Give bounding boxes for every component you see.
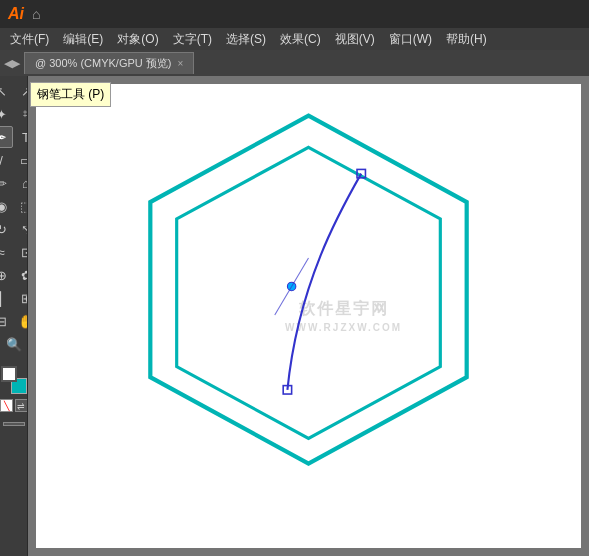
swap-color-button[interactable]: ⇌ <box>15 399 28 412</box>
scale-tool[interactable]: ⤡ <box>14 218 28 240</box>
eraser-tool[interactable]: ⬚ <box>14 195 28 217</box>
hand-tool[interactable]: ✋ <box>14 310 28 332</box>
app-logo: Ai <box>8 5 24 23</box>
shape-tool[interactable]: ▭ <box>14 149 28 171</box>
menu-item-对象O[interactable]: 对象(O) <box>111 29 164 50</box>
type-tool[interactable]: T <box>14 126 28 148</box>
menu-item-文字T[interactable]: 文字(T) <box>167 29 218 50</box>
select-tool[interactable]: ↖ <box>0 80 13 102</box>
svg-line-5 <box>275 286 292 314</box>
main-layout: ↖↗✦⌗✒T/▭✏⌂◉⬚↻⤡≈⊡⊕✿▌⊞⊟✋🔍 ╲ ⇌ 钢笔工具 (P) 软件星… <box>0 76 589 556</box>
pencil-tool[interactable]: ✏ <box>0 172 13 194</box>
canvas: 软件星宇网 WWW.RJZXW.COM <box>36 84 581 548</box>
svg-marker-1 <box>177 147 441 438</box>
color-area: ╲ ⇌ <box>0 360 28 428</box>
menu-item-帮助H[interactable]: 帮助(H) <box>440 29 493 50</box>
menu-item-选择S[interactable]: 选择(S) <box>220 29 272 50</box>
line-tool[interactable]: / <box>0 149 13 171</box>
fill-stroke-group <box>0 366 28 394</box>
tab-scroll-arrows[interactable]: ◀▶ <box>4 57 20 70</box>
fill-color-box[interactable] <box>1 366 17 382</box>
menu-item-效果C[interactable]: 效果(C) <box>274 29 327 50</box>
menu-item-文件F[interactable]: 文件(F) <box>4 29 55 50</box>
none-fill-button[interactable]: ╲ <box>0 399 13 412</box>
document-tab[interactable]: @ 300% (CMYK/GPU 预览) × <box>24 52 194 74</box>
screen-mode-bar <box>3 422 25 426</box>
shape-builder-tool[interactable]: ⊕ <box>0 264 13 286</box>
home-icon[interactable]: ⌂ <box>32 6 40 22</box>
zoom-tool[interactable]: 🔍 <box>2 333 26 355</box>
menu-item-视图V[interactable]: 视图(V) <box>329 29 381 50</box>
canvas-area[interactable]: 软件星宇网 WWW.RJZXW.COM <box>28 76 589 556</box>
column-graph-tool[interactable]: ▌ <box>0 287 13 309</box>
pen-tool[interactable]: ✒ <box>0 126 13 148</box>
tab-label: @ 300% (CMYK/GPU 预览) <box>35 56 171 71</box>
direct-select-tool[interactable]: ↗ <box>14 80 28 102</box>
magic-wand-tool[interactable]: ✦ <box>0 103 13 125</box>
symbol-tool[interactable]: ✿ <box>14 264 28 286</box>
menu-item-编辑E[interactable]: 编辑(E) <box>57 29 109 50</box>
blob-brush-tool[interactable]: ◉ <box>0 195 13 217</box>
title-bar: Ai ⌂ <box>0 0 589 28</box>
rotate-tool[interactable]: ↻ <box>0 218 13 240</box>
artboard-tool[interactable]: ⊞ <box>14 287 28 309</box>
menu-bar: 文件(F)编辑(E)对象(O)文字(T)选择(S)效果(C)视图(V)窗口(W)… <box>0 28 589 50</box>
paintbrush-tool[interactable]: ⌂ <box>14 172 28 194</box>
svg-line-4 <box>292 258 309 286</box>
tab-close-button[interactable]: × <box>177 58 183 69</box>
menu-item-窗口W[interactable]: 窗口(W) <box>383 29 438 50</box>
tab-bar: ◀▶ @ 300% (CMYK/GPU 预览) × <box>0 50 589 76</box>
artwork-svg <box>36 84 581 548</box>
warp-tool[interactable]: ≈ <box>0 241 13 263</box>
toolbar: ↖↗✦⌗✒T/▭✏⌂◉⬚↻⤡≈⊡⊕✿▌⊞⊟✋🔍 ╲ ⇌ <box>0 76 28 556</box>
lasso-tool[interactable]: ⌗ <box>14 103 28 125</box>
free-transform-tool[interactable]: ⊡ <box>14 241 28 263</box>
slice-tool[interactable]: ⊟ <box>0 310 13 332</box>
